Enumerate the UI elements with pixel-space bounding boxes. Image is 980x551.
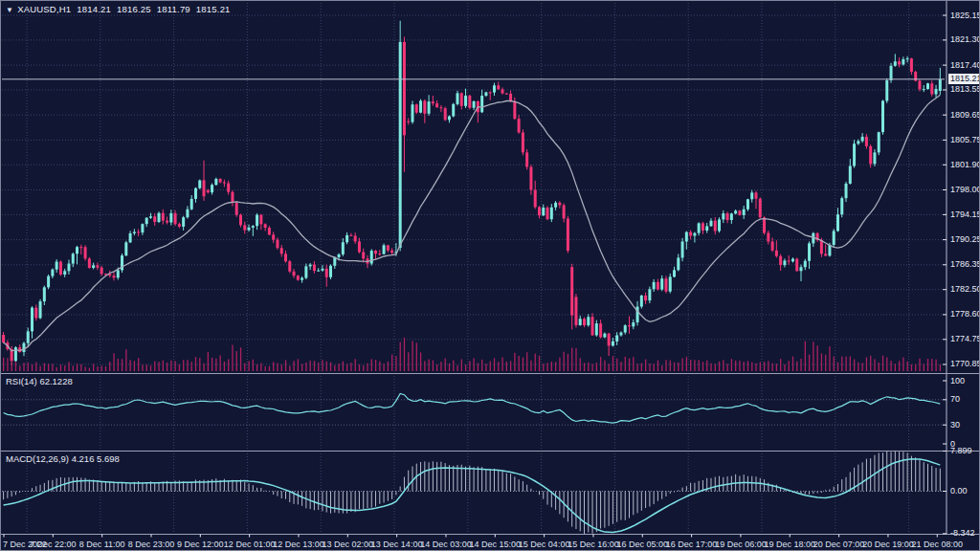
ohlc-low: 1811.79 <box>157 4 190 14</box>
price-axis-label: 1825.15 <box>950 11 980 20</box>
volume-layer <box>3 338 941 371</box>
chevron-down-icon[interactable]: ▼ <box>6 6 13 14</box>
axis-ticks <box>4 15 947 538</box>
price-axis-label: 1821.30 <box>950 35 980 44</box>
price-axis-label: 1778.60 <box>950 310 980 319</box>
price-axis-label: 1805.75 <box>950 136 980 144</box>
macd-values: 4.216 5.698 <box>72 453 120 464</box>
macd-axis-label: 7.899 <box>950 447 972 455</box>
time-axis-label: 16 Dec 17:00 <box>666 540 718 549</box>
current-price-tag: 1815.21 <box>948 74 980 84</box>
time-axis-label: 21 Dec 08:00 <box>911 540 963 549</box>
rsi-value: 62.1228 <box>39 376 72 386</box>
time-axis-label: 15 Dec 04:00 <box>519 540 570 549</box>
panel-separators <box>1 1 980 535</box>
price-axis-label: 1790.25 <box>950 235 980 244</box>
price-axis-label: 1801.90 <box>950 161 980 169</box>
macd-histogram <box>4 451 941 534</box>
macd-signal-line <box>4 459 941 533</box>
time-axis-label: 14 Dec 03:00 <box>420 540 472 549</box>
price-axis-label: 1794.15 <box>950 210 980 219</box>
time-axis-label: 8 Dec 11:00 <box>79 540 125 549</box>
time-axis-label: 20 Dec 19:00 <box>862 540 914 549</box>
moving-average-line <box>4 95 941 351</box>
time-axis-label: 9 Dec 12:00 <box>177 540 224 549</box>
grid-layer <box>2 3 945 534</box>
macd-axis-label: -8.342 <box>950 529 975 538</box>
chart-ohlc-header: ▼XAUUSD,H11814.211816.251811.791815.21 <box>6 4 236 14</box>
price-axis-label: 1809.65 <box>950 111 980 120</box>
price-axis-label: 1817.40 <box>950 61 980 70</box>
price-axis-label: 1774.75 <box>950 335 980 343</box>
macd-indicator-label: MACD(12,26,9) 4.216 5.698 <box>6 453 120 464</box>
price-axis-label: 1782.50 <box>950 285 980 294</box>
trading-terminal-window: ▼XAUUSD,H11814.211816.251811.791815.21 R… <box>0 0 980 551</box>
price-axis-label: 1786.35 <box>950 260 980 269</box>
rsi-line <box>4 393 941 423</box>
rsi-indicator-label: RSI(14) 62.1228 <box>6 376 73 386</box>
time-axis-label: 13 Dec 14:00 <box>371 540 423 549</box>
chart-canvas[interactable] <box>1 1 980 551</box>
price-axis-label: 1813.55 <box>950 85 980 94</box>
time-axis-label: 16 Dec 05:00 <box>617 540 669 549</box>
price-axis-label: 1798.00 <box>950 186 980 194</box>
time-axis-label: 14 Dec 15:00 <box>470 540 522 549</box>
macd-axis-label: 0.00 <box>950 487 968 496</box>
time-axis-label: 12 Dec 01:00 <box>224 540 276 549</box>
time-axis-label: 15 Dec 16:00 <box>568 540 619 549</box>
rsi-axis-label: 30 <box>950 421 960 430</box>
ohlc-open: 1814.21 <box>77 4 111 14</box>
time-axis-label: 19 Dec 18:00 <box>764 540 815 549</box>
candles-layer <box>2 21 942 365</box>
time-axis-label: 12 Dec 13:00 <box>273 540 324 549</box>
price-axis-label: 1770.85 <box>950 360 980 368</box>
time-axis-label: 8 Dec 23:00 <box>128 540 175 549</box>
time-axis-label: 19 Dec 06:00 <box>715 540 767 549</box>
time-axis-label: 7 Dec 22:00 <box>30 540 77 549</box>
time-axis-label: 13 Dec 02:00 <box>323 540 374 549</box>
symbol-timeframe: XAUUSD,H1 <box>17 4 71 14</box>
rsi-axis-label: 100 <box>950 377 965 386</box>
ohlc-close: 1815.21 <box>196 4 231 14</box>
rsi-axis-label: 70 <box>950 395 960 404</box>
ohlc-high: 1816.25 <box>117 4 151 14</box>
time-axis-label: 20 Dec 07:00 <box>813 540 865 549</box>
